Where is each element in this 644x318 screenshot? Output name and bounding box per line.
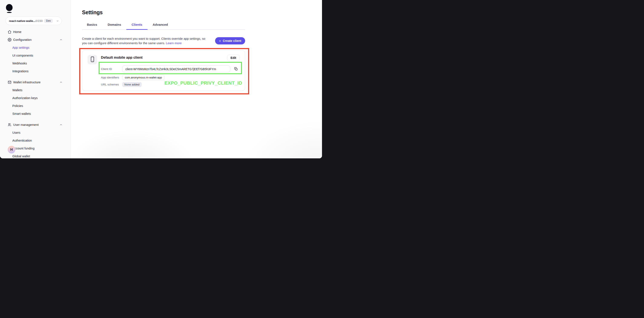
copy-button[interactable] (234, 67, 238, 71)
gear-icon (8, 38, 12, 42)
sidebar: react-native-walle... 0/150 Dev Home Con… (0, 0, 71, 158)
workspace-name: react-native-walle... (9, 19, 36, 22)
client-card: Default mobile app client Edit Client ID… (82, 50, 245, 91)
create-client-label: Create client (223, 39, 241, 42)
app-window: react-native-walle... 0/150 Dev Home Con… (0, 0, 322, 158)
privy-logo-base (7, 12, 12, 13)
page-title: Settings (82, 0, 245, 15)
chevron-up-icon (60, 38, 62, 41)
app-identifiers-label: App identifiers (101, 76, 119, 79)
sidebar-item-smart-wallets[interactable]: Smart wallets (0, 110, 70, 118)
sidebar-item-policies[interactable]: Policies (0, 102, 70, 110)
sidebar-item-label: Home (13, 30, 22, 34)
main-content: Settings Basics Domains Clients Advanced… (71, 0, 322, 158)
sidebar-item-authentication[interactable]: Authentication (0, 137, 70, 144)
users-icon (8, 123, 12, 127)
env-badge: Dev (44, 19, 52, 23)
workspace-selector[interactable]: react-native-walle... 0/150 Dev (6, 16, 62, 25)
sidebar-item-integrations[interactable]: Integrations (0, 67, 70, 75)
tab-basics[interactable]: Basics (87, 23, 97, 29)
tab-advanced[interactable]: Advanced (153, 23, 168, 29)
settings-tabs: Basics Domains Clients Advanced (82, 23, 245, 30)
plus-icon: + (219, 39, 221, 43)
workspace-usage: 0/150 (36, 19, 43, 22)
clients-header-row: Create a client for each environment you… (82, 36, 245, 45)
home-icon (8, 30, 12, 34)
sidebar-item-webhooks[interactable]: Webhooks (0, 59, 70, 67)
sidebar-section-user-management[interactable]: User management (0, 121, 70, 129)
clients-description: Create a client for each environment you… (82, 36, 205, 45)
learn-more-link[interactable]: Learn more (166, 41, 182, 45)
url-schemes-label: URL schemes (101, 83, 119, 86)
description-line1: Create a client for each environment you… (82, 37, 205, 40)
sidebar-item-home[interactable]: Home (0, 28, 70, 36)
sidebar-item-wallets[interactable]: Wallets (0, 86, 70, 94)
vault-icon (8, 80, 12, 84)
privy-logo (6, 4, 12, 11)
create-client-button[interactable]: + Create client (215, 37, 245, 44)
sidebar-item-app-settings[interactable]: App settings (0, 44, 70, 51)
sidebar-item-ui-components[interactable]: UI components (0, 51, 70, 59)
chevron-up-icon (60, 81, 62, 84)
client-id-label: Client ID (101, 67, 112, 71)
tab-clients[interactable]: Clients (132, 23, 142, 29)
app-identifier-chip[interactable]: com.anonymous.rn-wallet-app (122, 75, 164, 80)
copy-icon (234, 67, 238, 71)
chevron-up-icon (60, 123, 62, 126)
sidebar-nav: Home Configuration App settings UI compo… (0, 28, 70, 158)
user-avatar[interactable]: H (8, 146, 15, 154)
sidebar-section-label: Configuration (13, 38, 32, 41)
sidebar-item-authorization-keys[interactable]: Authorization keys (0, 94, 70, 102)
sidebar-section-wallet-infrastructure[interactable]: Wallet infrastructure (0, 78, 70, 86)
sidebar-section-label: User management (13, 123, 38, 127)
client-card-title: Default mobile app client (101, 55, 142, 59)
edit-button[interactable]: Edit (227, 54, 240, 61)
description-line2: you can configure different environments… (82, 41, 165, 45)
client-id-input[interactable] (122, 65, 230, 72)
mobile-client-icon-box (88, 55, 97, 64)
sidebar-section-label: Wallet infrastructure (13, 81, 40, 84)
sidebar-section-configuration[interactable]: Configuration (0, 36, 70, 44)
chevron-down-icon (56, 19, 59, 22)
url-schemes-chip: None added (122, 82, 142, 87)
phone-icon (90, 56, 95, 63)
sidebar-item-users[interactable]: Users (0, 129, 70, 137)
tab-domains[interactable]: Domains (108, 23, 121, 29)
